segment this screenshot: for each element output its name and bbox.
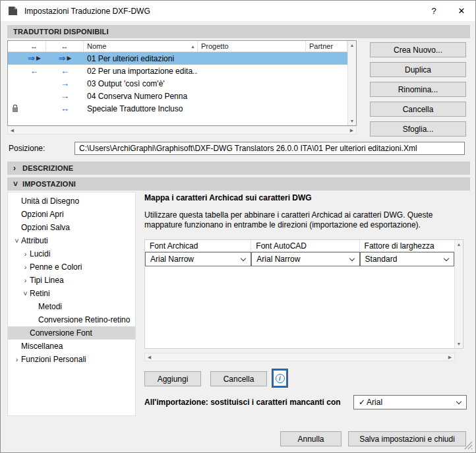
missing-fonts-value: Arial [367,398,382,407]
font-mapping-table-header: Font Archicad Font AutoCAD Fattore di la… [145,240,454,252]
translator-project [198,65,306,77]
column-direction-open[interactable]: ↔ [46,41,84,51]
translator-partner [306,65,347,77]
help-button[interactable]: ? [420,1,448,21]
column-lock [8,41,22,51]
lock-icon [11,104,19,113]
position-label: Posizione: [9,144,74,153]
font-autocad-select[interactable]: Arial Narrow [251,252,359,266]
scroll-right-icon[interactable]: ▶ [446,353,454,361]
import-arrow-icon: ← [61,67,69,75]
chevron-down-icon[interactable]: ˅ [13,237,21,245]
scroll-up-icon[interactable]: ▲ [455,240,463,249]
scroll-left-icon[interactable]: ◀ [145,353,154,361]
translator-row[interactable]: ← ← 02 Per una importazione edita... [8,65,347,77]
delete-translator-button[interactable]: Cancella [370,102,466,117]
chevron-down-icon[interactable]: ˅ [21,289,30,297]
translator-row[interactable]: ↔ Speciale Traduttore Incluso [8,102,347,115]
tree-item-tipi-linea[interactable]: ›Tipi Linea [8,274,135,287]
translator-name: 04 Conserva Numero Penna [84,90,198,102]
translator-row[interactable]: ⇒▶ ⇒▶ 01 Per ulteriori editazioni [8,52,347,65]
tree-item-unita-di-disegno[interactable]: Unità di Disegno [8,195,135,208]
settings-section-header[interactable]: ˅ IMPOSTAZIONI [7,177,470,191]
delete-button[interactable]: Cancella [210,371,267,386]
list-horizontal-scrollbar[interactable]: ◀ ▶ [7,126,357,135]
tree-item-funzioni-personali[interactable]: ›Funzioni Personali [8,353,135,366]
cancel-button[interactable]: Annulla [280,431,342,446]
tree-item-lucidi[interactable]: ›Lucidi [8,247,135,260]
create-new-button[interactable]: Crea Nuovo... [370,42,466,57]
check-icon: ✓ [359,398,365,407]
scroll-down-icon[interactable]: ▼ [348,117,356,125]
column-nome-label: Nome [87,42,106,50]
translator-name: Speciale Traduttore Incluso [84,102,198,115]
duplicate-button[interactable]: Duplica [370,62,466,77]
list-vertical-scrollbar[interactable]: ▲ ▼ [347,41,356,125]
settings-tree: Unità di Disegno Opzioni Apri Opzioni Sa… [7,192,136,416]
dxf-dwg-translation-settings-dialog: Impostazioni Traduzione DXF-DWG ? ✕ TRAD… [0,0,476,453]
font-conversion-panel: Mappa i caratteri Archicad sui caratteri… [136,192,470,416]
chevron-right-icon[interactable]: › [21,263,30,271]
scroll-right-icon[interactable]: ▶ [347,127,356,134]
window-title: Impostazioni Traduzione DXF-DWG [24,7,150,16]
scroll-up-icon[interactable]: ▲ [348,41,356,49]
translator-actions: Crea Nuovo... Duplica Rinomina... Cancel… [370,42,466,136]
table-horizontal-scrollbar[interactable]: ◀ ▶ [144,353,455,361]
column-nome[interactable]: Nome ▲ [84,41,198,51]
titlebar: Impostazioni Traduzione DXF-DWG ? ✕ [1,1,475,21]
tree-item-conversione-font[interactable]: Conversione Font [8,326,135,340]
save-and-close-button[interactable]: Salva impostazioni e chiudi [348,431,466,446]
width-factor-select[interactable]: Standard [360,252,454,266]
font-mapping-title: Mappa i caratteri Archicad sui caratteri… [144,193,312,202]
tree-item-miscellanea[interactable]: Miscellanea [8,340,135,353]
bidirectional-arrow-icon: ↔ [61,104,69,113]
chevron-right-icon[interactable]: › [13,355,21,363]
available-translators-title: TRADUTTORI DISPONIBILI [13,28,109,36]
scroll-left-icon[interactable]: ◀ [8,127,16,134]
resize-grip[interactable] [464,441,473,450]
translator-name: 01 Per ulteriori editazioni [84,52,198,65]
column-direction-save[interactable]: ↔ [22,41,46,51]
font-mapping-description: Utilizzare questa tabella per abbinare i… [144,210,452,230]
export-arrow-icon: ⇒ [59,54,66,63]
rename-button[interactable]: Rinomina... [370,82,466,97]
browse-button[interactable]: Sfoglia... [370,121,466,136]
translator-row[interactable]: → 03 Output 'così com'è' [8,77,347,90]
scroll-down-icon[interactable]: ▼ [455,340,463,348]
chevron-right-icon[interactable]: › [21,276,30,284]
translator-name: 02 Per una importazione edita... [84,65,198,77]
tree-item-retini[interactable]: ˅Retini [8,287,135,300]
close-button[interactable]: ✕ [448,1,475,21]
font-mapping-row: Arial Narrow Arial Narrow [145,252,454,267]
translator-partner [306,102,347,115]
font-archicad-select[interactable]: Arial Narrow [145,252,251,266]
tree-item-opzioni-salva[interactable]: Opzioni Salva [8,221,135,234]
tree-item-conversione-retino-retino[interactable]: Conversione Retino-retino [8,313,135,326]
tree-item-penne-e-colori[interactable]: ›Penne e Colori [8,260,135,274]
column-progetto[interactable]: Progetto [198,41,306,51]
position-field[interactable]: C:\Users\ArchiGraphi\Graphisoft\DXF-DWG … [74,142,465,155]
column-partner[interactable]: Partner [306,41,347,51]
tree-item-attributi[interactable]: ˅Attributi [8,234,135,247]
add-button[interactable]: Aggiungi [144,371,201,386]
translator-project [198,52,306,65]
chevron-right-icon[interactable]: › [21,250,30,258]
tree-item-metodi[interactable]: Metodi [8,300,135,313]
info-button[interactable]: i [272,369,287,387]
sort-ascending-icon: ▲ [191,44,195,49]
description-section-header[interactable]: › DESCRIZIONE [7,162,470,175]
translator-project [198,90,306,102]
description-section-title: DESCRIZIONE [22,164,73,172]
tree-item-opzioni-apri[interactable]: Opzioni Apri [8,208,135,221]
column-width-factor: Fattore di larghezza [360,240,454,251]
chevron-right-icon: › [13,164,22,173]
translator-partner [306,77,347,90]
translator-list-body: ↔ ↔ Nome ▲ Progetto Partner ⇒▶ ⇒▶ 01 Per… [8,41,347,125]
chevron-down-icon [444,256,449,261]
table-vertical-scrollbar[interactable]: ▲ ▼ [454,240,463,348]
play-icon: ▶ [67,55,71,61]
font-mapping-table: Font Archicad Font AutoCAD Fattore di la… [144,239,463,349]
chevron-down-icon [456,399,461,404]
translator-row[interactable]: → 04 Conserva Numero Penna [8,90,347,102]
missing-fonts-select[interactable]: ✓ Arial [353,395,467,409]
